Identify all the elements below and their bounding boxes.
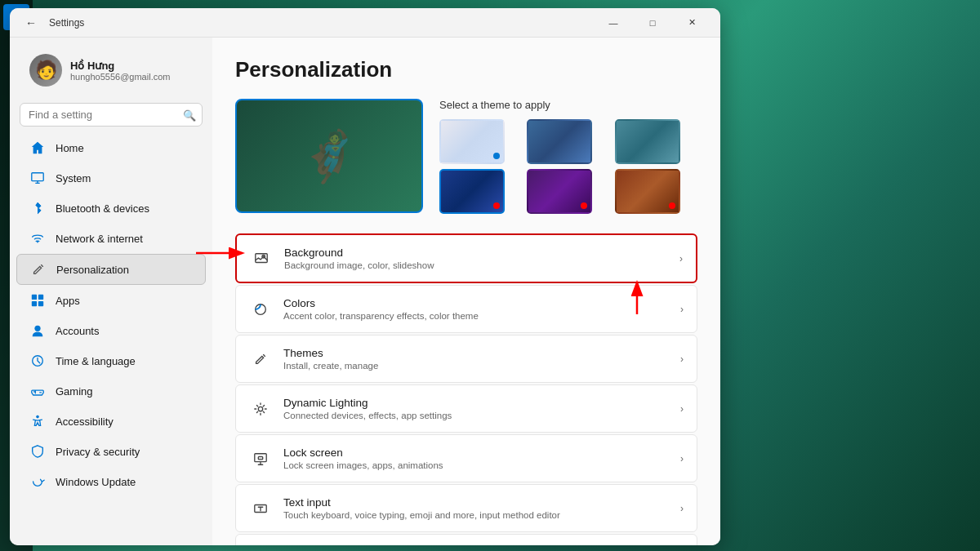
sidebar-item-update[interactable]: Windows Update: [16, 467, 206, 496]
main-content: Personalization 🦸 Select a theme to appl…: [212, 38, 720, 545]
settings-text-lock-screen: Lock screen Lock screen images, apps, an…: [283, 447, 669, 470]
theme-option-3[interactable]: [615, 119, 680, 164]
chevron-icon-lock-screen: ›: [680, 453, 684, 464]
svg-rect-4: [38, 301, 43, 306]
settings-item-text-input[interactable]: Text input Touch keyboard, voice typing,…: [235, 484, 697, 532]
nav-label-personalization: Personalization: [56, 264, 129, 276]
back-button[interactable]: ←: [20, 11, 42, 34]
sidebar-item-home[interactable]: Home: [16, 133, 206, 162]
settings-icon-background: [250, 247, 273, 270]
user-profile[interactable]: 🧑 Hồ Hưng hungho5556@gmail.com: [16, 44, 206, 96]
nav-icon-accounts: [29, 322, 46, 339]
nav-icon-personalization: [30, 261, 47, 278]
svg-point-11: [258, 407, 262, 411]
sidebar-item-time[interactable]: Time & language: [16, 346, 206, 375]
settings-text-dynamic-lighting: Dynamic Lighting Connected devices, effe…: [283, 397, 669, 420]
theme-preview: 🦸: [235, 99, 423, 213]
settings-title-background: Background: [284, 247, 668, 259]
theme-option-5[interactable]: [527, 169, 592, 214]
settings-item-lock-screen[interactable]: Lock screen Lock screen images, apps, an…: [235, 434, 697, 482]
nav-label-apps: Apps: [56, 295, 80, 307]
maximize-button[interactable]: □: [634, 10, 671, 36]
settings-text-text-input: Text input Touch keyboard, voice typing,…: [283, 496, 669, 520]
nav-icon-network: [29, 230, 46, 247]
sidebar-item-network[interactable]: Network & internet: [16, 224, 206, 253]
nav-icon-time: [29, 353, 46, 369]
settings-item-start[interactable]: Start Recent apps and items, folders ›: [235, 534, 697, 545]
window-body: 🧑 Hồ Hưng hungho5556@gmail.com 🔍 Home Sy…: [10, 38, 720, 545]
sidebar-item-accounts[interactable]: Accounts: [16, 316, 206, 345]
settings-text-colors: Colors Accent color, transparency effect…: [283, 297, 669, 321]
window-controls: — □ ✕: [595, 10, 710, 36]
search-input[interactable]: [20, 103, 203, 127]
close-button[interactable]: ✕: [673, 10, 710, 36]
nav-label-gaming: Gaming: [56, 385, 93, 398]
theme-select-area: Select a theme to apply: [439, 99, 697, 214]
settings-list: Background Background image, color, slid…: [235, 233, 697, 545]
nav-icon-gaming: [29, 383, 46, 399]
settings-desc-colors: Accent color, transparency effects, colo…: [283, 311, 669, 321]
settings-desc-dynamic-lighting: Connected devices, effects, app settings: [283, 411, 669, 420]
settings-title-text-input: Text input: [283, 496, 669, 509]
nav-icon-apps: [29, 292, 46, 309]
sidebar-item-system[interactable]: System: [16, 163, 206, 193]
nav-label-accessibility: Accessibility: [56, 415, 114, 428]
theme-option-1[interactable]: [439, 119, 505, 164]
sidebar-item-privacy[interactable]: Privacy & security: [16, 437, 206, 466]
settings-item-dynamic-lighting[interactable]: Dynamic Lighting Connected devices, effe…: [235, 384, 697, 433]
chevron-icon-text-input: ›: [680, 503, 684, 514]
nav-label-system: System: [56, 172, 91, 184]
chevron-icon-dynamic-lighting: ›: [680, 403, 684, 415]
settings-item-background[interactable]: Background Background image, color, slid…: [235, 233, 697, 283]
theme-option-6[interactable]: [615, 169, 680, 214]
search-icon: 🔍: [183, 109, 196, 121]
settings-item-themes[interactable]: Themes Install, create, manage ›: [235, 335, 697, 383]
user-name: Hồ Hưng: [70, 60, 170, 72]
sidebar-item-accessibility[interactable]: Accessibility: [16, 407, 206, 436]
nav-label-accounts: Accounts: [56, 325, 99, 337]
settings-icon-themes: [249, 348, 272, 371]
svg-rect-3: [32, 301, 37, 306]
sidebar-item-personalization[interactable]: Personalization: [16, 254, 206, 285]
title-bar: ← Settings — □ ✕: [10, 8, 720, 38]
settings-title-colors: Colors: [283, 297, 669, 309]
theme-select-label: Select a theme to apply: [439, 99, 697, 111]
avatar: 🧑: [29, 54, 62, 87]
nav-icon-accessibility: [29, 413, 46, 429]
svg-rect-2: [38, 295, 43, 300]
minimize-button[interactable]: —: [595, 10, 632, 36]
page-title: Personalization: [235, 57, 697, 82]
sidebar-item-gaming[interactable]: Gaming: [16, 376, 206, 406]
nav-label-update: Windows Update: [56, 476, 136, 488]
sidebar: 🧑 Hồ Hưng hungho5556@gmail.com 🔍 Home Sy…: [10, 38, 212, 545]
settings-icon-lock-screen: [249, 447, 272, 470]
nav-label-network: Network & internet: [56, 233, 143, 245]
sidebar-item-apps[interactable]: Apps: [16, 286, 206, 315]
settings-text-themes: Themes Install, create, manage: [283, 347, 669, 371]
chevron-icon-background: ›: [679, 253, 683, 264]
nav-label-privacy: Privacy & security: [56, 446, 140, 458]
svg-rect-1: [32, 295, 37, 300]
theme-option-2[interactable]: [527, 119, 592, 164]
svg-point-7: [36, 415, 39, 419]
settings-icon-colors: [249, 298, 272, 321]
settings-desc-themes: Install, create, manage: [283, 361, 669, 371]
theme-section: 🦸 Select a theme to apply: [235, 99, 697, 214]
settings-title-dynamic-lighting: Dynamic Lighting: [283, 397, 669, 409]
svg-rect-13: [258, 456, 262, 460]
nav-icon-system: [29, 170, 46, 186]
svg-rect-0: [32, 173, 43, 181]
search-box: 🔍: [20, 103, 203, 127]
user-info: Hồ Hưng hungho5556@gmail.com: [70, 60, 170, 82]
user-email: hungho5556@gmail.com: [70, 72, 170, 82]
sidebar-item-bluetooth[interactable]: Bluetooth & devices: [16, 193, 206, 223]
settings-item-colors[interactable]: Colors Accent color, transparency effect…: [235, 285, 697, 333]
window-title: Settings: [49, 17, 595, 29]
nav-label-bluetooth: Bluetooth & devices: [56, 202, 149, 215]
theme-option-4[interactable]: [439, 169, 505, 214]
svg-point-5: [34, 326, 40, 331]
settings-title-themes: Themes: [283, 347, 669, 359]
settings-title-lock-screen: Lock screen: [283, 447, 669, 459]
chevron-icon-colors: ›: [680, 304, 684, 315]
settings-window: ← Settings — □ ✕ 🧑 Hồ Hưng hungho5556@gm…: [10, 8, 720, 545]
